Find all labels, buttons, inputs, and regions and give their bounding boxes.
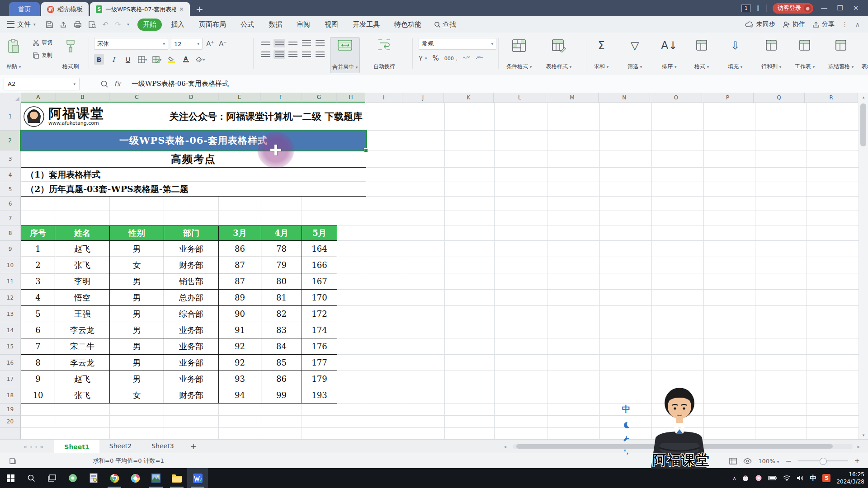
column-header-M[interactable]: M bbox=[546, 93, 599, 103]
print-icon[interactable] bbox=[74, 21, 82, 28]
table-cell[interactable]: 2 bbox=[21, 257, 55, 273]
table-cell[interactable]: 8 bbox=[21, 355, 55, 371]
battery-icon[interactable] bbox=[768, 475, 777, 481]
font-name-select[interactable]: 宋体▾ bbox=[94, 38, 168, 50]
hscroll-left-icon[interactable]: ◂ bbox=[504, 444, 506, 450]
table-cell[interactable]: 业务部 bbox=[164, 355, 219, 371]
increase-font-icon[interactable]: A⁺ bbox=[205, 38, 215, 48]
row-header-16[interactable]: 16 bbox=[0, 355, 21, 371]
sync-status[interactable]: 未同步 bbox=[745, 20, 775, 28]
format-painter-button[interactable]: 格式刷 bbox=[61, 37, 80, 72]
table-cell[interactable]: 94 bbox=[219, 387, 261, 404]
column-header-Q[interactable]: Q bbox=[754, 93, 805, 103]
menu-tab-数据[interactable]: 数据 bbox=[263, 19, 288, 31]
banner-row[interactable]: 阿福课堂 www.afuketang.com 关注公众号：阿福课堂计算机一二级 … bbox=[21, 103, 366, 131]
row-header-13[interactable]: 13 bbox=[0, 306, 21, 322]
table-cell[interactable]: 92 bbox=[219, 338, 261, 355]
justify-button[interactable] bbox=[301, 50, 312, 59]
table-cell[interactable]: 赵飞 bbox=[55, 241, 110, 257]
sum-button[interactable]: Σ求和 ▾ bbox=[592, 37, 610, 72]
sheet-tab-Sheet3[interactable]: Sheet3 bbox=[142, 440, 184, 453]
vscroll-thumb[interactable] bbox=[860, 103, 866, 146]
table-tools-button[interactable]: 表格工具 ▾ bbox=[860, 37, 868, 72]
column-header-B[interactable]: B bbox=[56, 93, 110, 103]
table-cell[interactable]: 172 bbox=[302, 306, 337, 322]
table-header-cell[interactable]: 性别 bbox=[110, 225, 164, 241]
align-bottom-button[interactable] bbox=[287, 39, 299, 47]
borders-button[interactable]: ▾ bbox=[137, 54, 147, 65]
sheet-tab-Sheet2[interactable]: Sheet2 bbox=[99, 440, 142, 453]
table-cell[interactable]: 总办部 bbox=[164, 290, 219, 306]
insert-function-button[interactable]: fx bbox=[114, 80, 121, 88]
filter-button[interactable]: ▽筛选 ▾ bbox=[626, 37, 644, 72]
menu-tab-开发工具[interactable]: 开发工具 bbox=[347, 19, 385, 31]
table-cell[interactable]: 7 bbox=[21, 338, 55, 355]
row-header-14[interactable]: 14 bbox=[0, 322, 21, 338]
table-cell[interactable]: 174 bbox=[302, 322, 337, 338]
table-cell[interactable]: 92 bbox=[219, 355, 261, 371]
cell-name-box[interactable]: A2▾ bbox=[4, 78, 80, 90]
toolbar-more-icon[interactable]: ▾ bbox=[127, 22, 129, 27]
align-right-button[interactable] bbox=[287, 50, 299, 59]
column-header-R[interactable]: R bbox=[805, 93, 858, 103]
table-cell[interactable]: 业务部 bbox=[164, 371, 219, 387]
hscroll-thumb[interactable] bbox=[516, 444, 833, 449]
row-header-7[interactable]: 7 bbox=[0, 211, 21, 225]
table-header-cell[interactable]: 3月 bbox=[219, 225, 261, 241]
column-header-G[interactable]: G bbox=[302, 93, 337, 103]
taskbar-search-button[interactable] bbox=[21, 468, 42, 488]
table-cell[interactable]: 综合部 bbox=[164, 306, 219, 322]
table-cell[interactable]: 3 bbox=[21, 273, 55, 290]
decrease-indent-button[interactable] bbox=[301, 39, 312, 47]
export-icon[interactable] bbox=[60, 21, 67, 28]
app-chrome-button[interactable] bbox=[104, 468, 125, 488]
wifi-icon[interactable] bbox=[783, 475, 791, 481]
increase-decimal-button[interactable]: ⁺·⁰⁰ bbox=[463, 56, 470, 61]
horizontal-scrollbar[interactable] bbox=[513, 444, 853, 449]
column-header-A[interactable]: A bbox=[21, 93, 56, 103]
app-wegame-button[interactable] bbox=[62, 468, 83, 488]
increase-indent-button[interactable] bbox=[314, 39, 326, 47]
column-header-L[interactable]: L bbox=[494, 93, 547, 103]
table-cell[interactable]: 悟空 bbox=[55, 290, 110, 306]
share-button[interactable]: 分享 bbox=[812, 20, 835, 28]
home-tab[interactable]: 首页 bbox=[9, 2, 40, 16]
table-cell[interactable]: 86 bbox=[219, 241, 261, 257]
column-header-I[interactable]: I bbox=[365, 93, 402, 103]
bold-button[interactable]: B bbox=[94, 54, 104, 65]
table-cell[interactable]: 男 bbox=[110, 322, 164, 338]
sheet-tab-Sheet1[interactable]: Sheet1 bbox=[54, 440, 99, 454]
distribute-button[interactable] bbox=[314, 50, 326, 59]
font-color-button[interactable]: A bbox=[181, 54, 191, 65]
row-header-15[interactable]: 15 bbox=[0, 338, 21, 355]
formula-input[interactable]: 一级WPS表格-06-套用表格样式 bbox=[132, 80, 229, 88]
template-tab[interactable]: 稻 稻壳模板 bbox=[41, 2, 89, 16]
row-header-9[interactable]: 9 bbox=[0, 241, 21, 257]
table-cell[interactable]: 84 bbox=[261, 338, 302, 355]
table-cell[interactable]: 99 bbox=[261, 387, 302, 404]
table-cell[interactable]: 男 bbox=[110, 290, 164, 306]
document-tab[interactable]: S 一级WPS表格-07-套用表格样式 ✕ bbox=[90, 2, 190, 16]
sheet-nav-arrows[interactable]: «‹›» bbox=[24, 443, 46, 450]
row-header-2[interactable]: 2 bbox=[0, 131, 21, 150]
underline-button[interactable]: U bbox=[123, 54, 133, 65]
italic-button[interactable]: I bbox=[108, 54, 118, 65]
tray-app2-icon[interactable] bbox=[755, 474, 762, 482]
app-notepad-button[interactable] bbox=[83, 468, 104, 488]
app-photos-button[interactable] bbox=[146, 468, 166, 488]
paste-button[interactable]: 粘贴 ▾ bbox=[5, 37, 23, 72]
ime-floating-bar[interactable]: 中 °, bbox=[618, 404, 634, 455]
table-cell[interactable]: 179 bbox=[302, 371, 337, 387]
zoom-level[interactable]: 100% ▾ bbox=[758, 458, 779, 465]
table-cell[interactable]: 6 bbox=[21, 322, 55, 338]
table-cell[interactable]: 193 bbox=[302, 387, 337, 404]
table-cell[interactable]: 87 bbox=[219, 273, 261, 290]
ime-punct-icon[interactable]: °, bbox=[623, 448, 628, 455]
table-cell[interactable]: 81 bbox=[261, 290, 302, 306]
currency-format-button[interactable]: ¥ ▾ bbox=[419, 55, 427, 62]
row-header-12[interactable]: 12 bbox=[0, 290, 21, 306]
decrease-decimal-button[interactable]: ·⁰⁰⁻ bbox=[476, 56, 483, 61]
eraser-button[interactable]: ▾ bbox=[195, 54, 205, 65]
align-middle-button[interactable] bbox=[274, 39, 285, 47]
table-cell[interactable]: 166 bbox=[302, 257, 337, 273]
